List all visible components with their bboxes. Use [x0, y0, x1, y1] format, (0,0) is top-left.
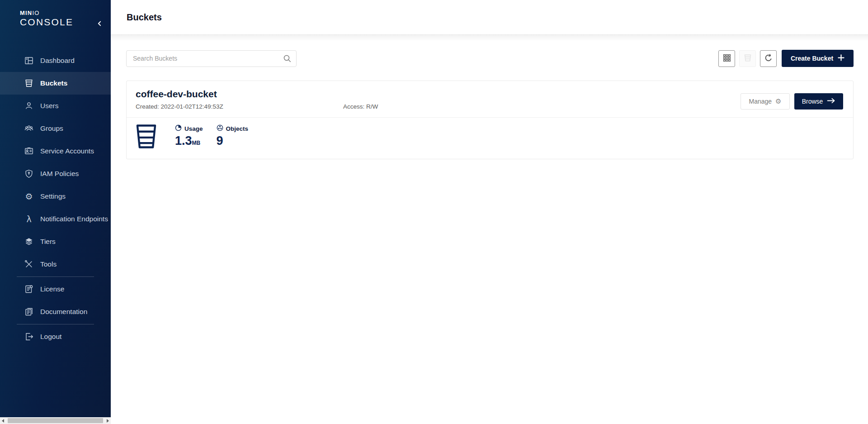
scroll-right-arrow[interactable]: [104, 417, 111, 424]
usage-value: 1.3MB: [175, 134, 203, 148]
minio-wordmark: MINIO: [20, 10, 111, 17]
documentation-icon: [24, 307, 34, 317]
sidebar-item-label: Tools: [40, 260, 57, 268]
actions-row: Create Bucket: [126, 50, 854, 67]
dashboard-icon: [24, 56, 34, 66]
objects-label: Objects: [226, 125, 249, 132]
sidebar-item-label: Documentation: [40, 308, 87, 316]
sidebar-item-label: License: [40, 285, 64, 293]
user-icon: [24, 101, 34, 111]
usage-pie-icon: [175, 124, 182, 133]
objects-label-row: Objects: [217, 124, 249, 133]
usage-label-row: Usage: [175, 124, 203, 133]
layers-icon: [24, 237, 34, 247]
refresh-button[interactable]: [760, 50, 777, 67]
bucket-icon: [24, 78, 34, 88]
bucket-name[interactable]: coffee-dev-bucket: [136, 89, 843, 100]
scroll-left-arrow[interactable]: [0, 417, 7, 424]
bucket-meta-row: Created: 2022-01-02T12:49:53Z Access: R/…: [136, 103, 843, 110]
browse-button[interactable]: Browse: [794, 93, 843, 110]
objects-value: 9: [217, 134, 249, 148]
manage-label: Manage: [749, 98, 772, 105]
sidebar: MINIO CONSOLE Dashboard Buckets Users: [0, 0, 111, 424]
sidebar-item-label: Buckets: [40, 79, 67, 87]
usage-label: Usage: [184, 125, 203, 132]
bucket-card-buttons: Manage ⚙ Browse: [741, 93, 843, 110]
sidebar-item-label: Logout: [40, 333, 61, 341]
id-card-icon: [24, 146, 34, 156]
sidebar-item-notification-endpoints[interactable]: λ Notification Endpoints: [0, 208, 111, 230]
scrollbar-thumb[interactable]: [8, 418, 103, 423]
gear-icon: ⚙: [775, 98, 781, 105]
sidebar-item-users[interactable]: Users: [0, 95, 111, 117]
sidebar-item-documentation[interactable]: Documentation: [0, 300, 111, 323]
objects-icon: [217, 124, 223, 133]
bucket-icon: [136, 124, 157, 151]
sidebar-item-label: Service Accounts: [40, 147, 94, 155]
bucket-list-icon: [743, 53, 752, 64]
logo-min: MIN: [20, 10, 32, 16]
logo-io: IO: [32, 10, 39, 16]
bucket-card: coffee-dev-bucket Created: 2022-01-02T12…: [126, 81, 854, 159]
sidebar-item-label: IAM Policies: [40, 170, 79, 178]
bucket-metrics: Usage 1.3MB Objects 9: [127, 117, 853, 159]
license-icon: [24, 284, 34, 294]
bucket-access: Access: R/W: [343, 103, 378, 110]
sidebar-item-label: Tiers: [40, 238, 56, 246]
sidebar-item-label: Users: [40, 102, 58, 110]
sidebar-collapse-button[interactable]: [94, 18, 105, 30]
sidebar-item-iam-policies[interactable]: IAM Policies: [0, 162, 111, 185]
grid-view-button[interactable]: [718, 50, 735, 67]
tools-icon: [24, 259, 34, 269]
lambda-icon: λ: [24, 214, 34, 224]
buckets-content: Create Bucket coffee-dev-bucket Created:…: [111, 35, 868, 424]
shield-icon: [24, 169, 34, 179]
sidebar-item-dashboard[interactable]: Dashboard: [0, 49, 111, 72]
sidebar-item-license[interactable]: License: [0, 278, 111, 300]
search-input[interactable]: [126, 50, 297, 67]
refresh-icon: [764, 53, 773, 64]
manage-button[interactable]: Manage ⚙: [741, 93, 790, 110]
sidebar-horizontal-scrollbar[interactable]: [0, 417, 111, 424]
bucket-created: Created: 2022-01-02T12:49:53Z: [136, 103, 343, 110]
gear-icon: ⚙: [24, 191, 34, 201]
sidebar-item-tools[interactable]: Tools: [0, 253, 111, 276]
access-value: R/W: [366, 103, 378, 110]
sidebar-item-groups[interactable]: Groups: [0, 117, 111, 140]
create-bucket-button[interactable]: Create Bucket: [782, 50, 854, 67]
grid-view-icon: [722, 53, 731, 64]
arrow-right-icon: [827, 98, 835, 105]
sidebar-item-service-accounts[interactable]: Service Accounts: [0, 140, 111, 162]
page-title: Buckets: [127, 12, 162, 23]
usage-unit: MB: [192, 140, 201, 146]
sidebar-item-settings[interactable]: ⚙ Settings: [0, 185, 111, 208]
objects-metric: Objects 9: [217, 123, 249, 148]
usage-metric: Usage 1.3MB: [175, 123, 203, 148]
search-icon: [283, 54, 292, 65]
sidebar-menu: Dashboard Buckets Users Groups Service A…: [0, 49, 111, 348]
chevron-left-icon: [96, 20, 103, 28]
created-label: Created:: [136, 103, 159, 110]
sidebar-item-buckets[interactable]: Buckets: [0, 72, 111, 95]
create-bucket-label: Create Bucket: [791, 55, 833, 62]
sidebar-item-label: Settings: [40, 192, 66, 200]
menu-divider: [17, 324, 94, 324]
groups-icon: [24, 124, 34, 133]
main-area: Buckets: [111, 0, 868, 424]
browse-label: Browse: [802, 98, 823, 105]
search-box: [126, 50, 297, 67]
page-header: Buckets: [111, 0, 868, 35]
view-toolbar: Create Bucket: [718, 50, 854, 67]
menu-divider: [17, 276, 94, 277]
access-label: Access:: [343, 103, 364, 110]
sidebar-item-label: Notification Endpoints: [40, 215, 108, 223]
sidebar-item-label: Groups: [40, 124, 63, 133]
logout-icon: [24, 332, 34, 342]
metrics-group: Usage 1.3MB Objects 9: [175, 123, 262, 148]
plus-icon: [838, 54, 844, 62]
sidebar-item-label: Dashboard: [40, 57, 75, 65]
bucket-card-header: coffee-dev-bucket Created: 2022-01-02T12…: [127, 81, 853, 117]
bucket-list-view-button: [739, 50, 756, 67]
sidebar-item-logout[interactable]: Logout: [0, 325, 111, 348]
sidebar-item-tiers[interactable]: Tiers: [0, 230, 111, 253]
